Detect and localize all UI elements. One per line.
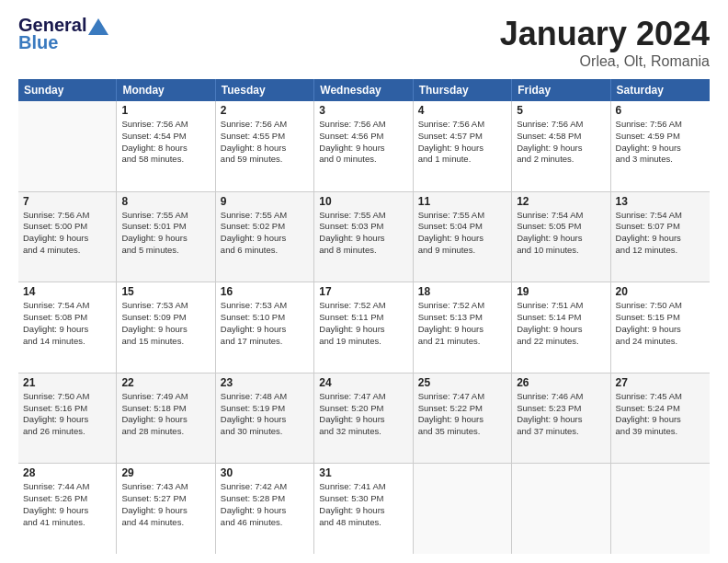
cell-info-line: Sunset: 5:03 PM xyxy=(319,221,407,233)
cell-info-line: and 14 minutes. xyxy=(23,336,111,348)
cell-info-line: Sunrise: 7:54 AM xyxy=(517,210,605,222)
calendar-cell-w1-d6: 5Sunrise: 7:56 AMSunset: 4:58 PMDaylight… xyxy=(512,101,610,191)
header-tuesday: Tuesday xyxy=(216,79,314,101)
cell-info-line: and 26 minutes. xyxy=(23,426,111,438)
cell-info-line: Daylight: 9 hours xyxy=(517,233,605,245)
calendar-week-3: 14Sunrise: 7:54 AMSunset: 5:08 PMDayligh… xyxy=(18,282,710,373)
cell-info-line: Daylight: 9 hours xyxy=(418,324,506,336)
cell-info-line: Daylight: 9 hours xyxy=(418,143,506,155)
day-number: 23 xyxy=(221,376,309,389)
calendar-cell-w4-d5: 25Sunrise: 7:47 AMSunset: 5:22 PMDayligh… xyxy=(414,373,512,464)
cell-info-line: Daylight: 9 hours xyxy=(517,143,605,155)
day-number: 12 xyxy=(517,195,605,208)
cell-info-line: and 37 minutes. xyxy=(517,426,605,438)
calendar-cell-w5-d2: 29Sunrise: 7:43 AMSunset: 5:27 PMDayligh… xyxy=(117,464,215,554)
cell-info-line: Daylight: 9 hours xyxy=(616,324,705,336)
cell-info-line: Sunset: 5:23 PM xyxy=(517,403,605,415)
cell-info-line: Sunset: 5:04 PM xyxy=(418,221,506,233)
cell-info-line: Sunset: 5:18 PM xyxy=(121,403,210,415)
cell-info-line: and 0 minutes. xyxy=(319,154,407,166)
day-number: 16 xyxy=(221,285,309,298)
calendar-cell-w5-d5 xyxy=(414,464,512,554)
cell-info-line: and 44 minutes. xyxy=(121,517,210,529)
day-number: 2 xyxy=(221,104,309,117)
cell-info-line: and 4 minutes. xyxy=(23,245,111,257)
cell-info-line: Sunrise: 7:56 AM xyxy=(221,119,309,131)
cell-info-line: and 24 minutes. xyxy=(616,336,705,348)
cell-info-line: Daylight: 9 hours xyxy=(319,414,407,426)
cell-info-line: Daylight: 8 hours xyxy=(221,143,309,155)
cell-info-line: Daylight: 9 hours xyxy=(616,233,705,245)
cell-info-line: Sunrise: 7:53 AM xyxy=(121,300,210,312)
day-number: 20 xyxy=(616,285,705,298)
cell-info-line: Daylight: 9 hours xyxy=(121,233,210,245)
cell-info-line: and 5 minutes. xyxy=(121,245,210,257)
cell-info-line: Sunset: 5:26 PM xyxy=(23,493,111,505)
cell-info-line: Sunset: 4:55 PM xyxy=(221,131,309,143)
header-wednesday: Wednesday xyxy=(314,79,413,101)
calendar-cell-w1-d7: 6Sunrise: 7:56 AMSunset: 4:59 PMDaylight… xyxy=(611,101,710,191)
calendar-cell-w4-d1: 21Sunrise: 7:50 AMSunset: 5:16 PMDayligh… xyxy=(18,373,117,464)
calendar-title: January 2024 xyxy=(500,15,710,53)
calendar: Sunday Monday Tuesday Wednesday Thursday… xyxy=(18,79,710,554)
day-number: 28 xyxy=(23,466,111,479)
day-number: 3 xyxy=(319,104,407,117)
calendar-cell-w3-d3: 16Sunrise: 7:53 AMSunset: 5:10 PMDayligh… xyxy=(216,282,314,373)
cell-info-line: Sunset: 5:19 PM xyxy=(221,403,309,415)
calendar-cell-w5-d3: 30Sunrise: 7:42 AMSunset: 5:28 PMDayligh… xyxy=(216,464,314,554)
cell-info-line: Sunrise: 7:52 AM xyxy=(319,300,407,312)
header-sunday: Sunday xyxy=(18,79,117,101)
day-number: 9 xyxy=(221,195,309,208)
cell-info-line: and 1 minute. xyxy=(418,154,506,166)
calendar-cell-w1-d5: 4Sunrise: 7:56 AMSunset: 4:57 PMDaylight… xyxy=(414,101,512,191)
cell-info-line: and 35 minutes. xyxy=(418,426,506,438)
calendar-cell-w3-d5: 18Sunrise: 7:52 AMSunset: 5:13 PMDayligh… xyxy=(414,282,512,373)
calendar-week-5: 28Sunrise: 7:44 AMSunset: 5:26 PMDayligh… xyxy=(18,464,710,554)
cell-info-line: Daylight: 9 hours xyxy=(517,414,605,426)
cell-info-line: Sunrise: 7:56 AM xyxy=(319,119,407,131)
cell-info-line: and 12 minutes. xyxy=(616,245,705,257)
logo-blue: Blue xyxy=(18,32,58,53)
calendar-cell-w1-d1 xyxy=(18,101,117,191)
calendar-subtitle: Orlea, Olt, Romania xyxy=(500,53,710,70)
cell-info-line: Sunrise: 7:55 AM xyxy=(121,210,210,222)
cell-info-line: Sunset: 5:05 PM xyxy=(517,221,605,233)
cell-info-line: Sunrise: 7:55 AM xyxy=(319,210,407,222)
cell-info-line: and 41 minutes. xyxy=(23,517,111,529)
day-number: 19 xyxy=(517,285,605,298)
cell-info-line: Sunset: 5:27 PM xyxy=(121,493,210,505)
header-monday: Monday xyxy=(117,79,215,101)
cell-info-line: Sunset: 5:22 PM xyxy=(418,403,506,415)
page-header: General Blue January 2024 Orlea, Olt, Ro… xyxy=(18,15,710,70)
cell-info-line: Daylight: 9 hours xyxy=(517,324,605,336)
cell-info-line: Sunrise: 7:45 AM xyxy=(616,391,705,403)
cell-info-line: Sunrise: 7:43 AM xyxy=(121,481,210,493)
cell-info-line: and 39 minutes. xyxy=(616,426,705,438)
cell-info-line: and 3 minutes. xyxy=(616,154,705,166)
cell-info-line: and 21 minutes. xyxy=(418,336,506,348)
cell-info-line: Sunrise: 7:55 AM xyxy=(418,210,506,222)
day-number: 13 xyxy=(616,195,705,208)
calendar-cell-w4-d6: 26Sunrise: 7:46 AMSunset: 5:23 PMDayligh… xyxy=(512,373,610,464)
calendar-cell-w2-d1: 7Sunrise: 7:56 AMSunset: 5:00 PMDaylight… xyxy=(18,192,117,282)
cell-info-line: Sunrise: 7:51 AM xyxy=(517,300,605,312)
cell-info-line: Sunrise: 7:41 AM xyxy=(319,481,407,493)
cell-info-line: Sunset: 5:30 PM xyxy=(319,493,407,505)
cell-info-line: Daylight: 9 hours xyxy=(121,505,210,517)
calendar-cell-w5-d4: 31Sunrise: 7:41 AMSunset: 5:30 PMDayligh… xyxy=(314,464,413,554)
calendar-cell-w5-d6 xyxy=(512,464,610,554)
cell-info-line: Sunrise: 7:42 AM xyxy=(221,481,309,493)
cell-info-line: and 6 minutes. xyxy=(221,245,309,257)
calendar-cell-w4-d3: 23Sunrise: 7:48 AMSunset: 5:19 PMDayligh… xyxy=(216,373,314,464)
day-number: 24 xyxy=(319,376,407,389)
cell-info-line: Daylight: 9 hours xyxy=(221,233,309,245)
cell-info-line: and 58 minutes. xyxy=(121,154,210,166)
cell-info-line: Sunset: 4:57 PM xyxy=(418,131,506,143)
cell-info-line: Daylight: 9 hours xyxy=(221,414,309,426)
calendar-cell-w5-d1: 28Sunrise: 7:44 AMSunset: 5:26 PMDayligh… xyxy=(18,464,117,554)
cell-info-line: Sunset: 5:11 PM xyxy=(319,312,407,324)
cell-info-line: Daylight: 9 hours xyxy=(319,233,407,245)
cell-info-line: Sunset: 5:07 PM xyxy=(616,221,705,233)
cell-info-line: and 32 minutes. xyxy=(319,426,407,438)
calendar-cell-w2-d5: 11Sunrise: 7:55 AMSunset: 5:04 PMDayligh… xyxy=(414,192,512,282)
